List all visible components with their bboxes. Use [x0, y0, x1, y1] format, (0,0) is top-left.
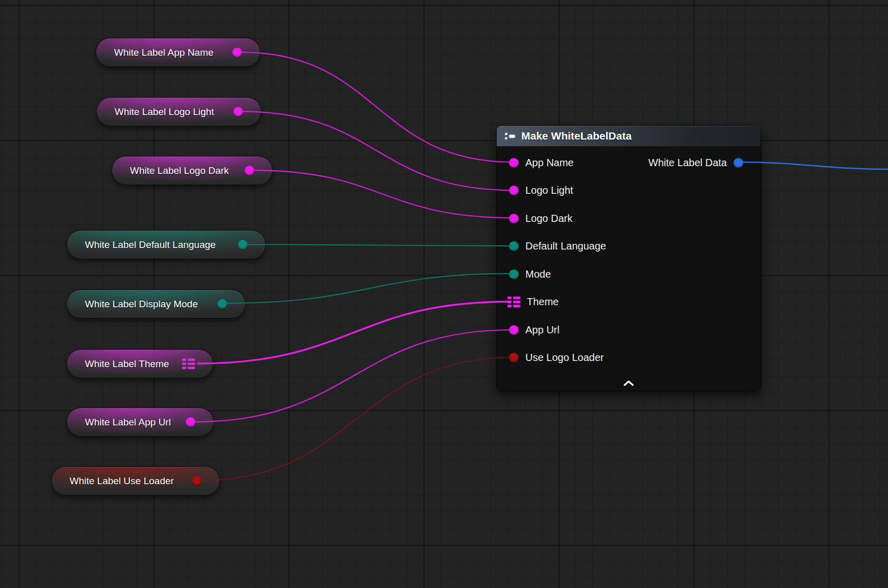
- node-title: Make WhiteLabelData: [521, 130, 632, 142]
- variable-node-white-label-theme[interactable]: White Label Theme: [66, 349, 213, 378]
- variable-label: White Label Logo Dark: [130, 165, 229, 176]
- input-label: Default Language: [525, 240, 606, 252]
- wire-logo-light[interactable]: [241, 111, 513, 190]
- wire-white-label-data[interactable]: [740, 162, 888, 169]
- enum-output-pin[interactable]: [217, 299, 227, 309]
- input-pin-logo-light[interactable]: [509, 186, 519, 195]
- blueprint-canvas[interactable]: White Label App Name White Label Logo Li…: [0, 0, 888, 588]
- make-struct-icon: [504, 131, 516, 141]
- variable-label: White Label Theme: [85, 358, 169, 370]
- input-row-logo-dark: Logo Dark: [497, 205, 761, 233]
- variable-node-white-label-use-loader[interactable]: White Label Use Loader: [51, 466, 220, 495]
- variable-label: White Label App Name: [114, 47, 213, 58]
- input-pin-app-url[interactable]: [509, 325, 519, 335]
- variable-label: White Label Default Language: [85, 239, 216, 251]
- input-pin-logo-dark[interactable]: [509, 214, 519, 223]
- variable-node-white-label-app-name[interactable]: White Label App Name: [96, 38, 260, 67]
- chevron-up-icon: [623, 380, 635, 387]
- wire-mode[interactable]: [226, 274, 513, 303]
- variable-node-white-label-display-mode[interactable]: White Label Display Mode: [66, 289, 246, 319]
- input-label: Mode: [525, 268, 551, 280]
- enum-output-pin[interactable]: [238, 240, 248, 250]
- map-grid-icon[interactable]: [182, 358, 195, 369]
- input-pin-list: App Name Logo Light Logo Dark Default La…: [497, 146, 761, 372]
- input-pin-app-name[interactable]: [509, 158, 519, 168]
- variable-label: White Label Use Loader: [70, 476, 174, 487]
- input-row-theme: Theme: [497, 288, 761, 316]
- input-label: Logo Dark: [525, 213, 572, 224]
- string-output-pin[interactable]: [233, 107, 243, 117]
- variable-node-white-label-app-url[interactable]: White Label App Url: [66, 408, 214, 437]
- wire-app-url[interactable]: [194, 330, 513, 422]
- input-pin-default-language[interactable]: [509, 241, 519, 251]
- input-label: App Name: [525, 157, 574, 169]
- variable-node-white-label-logo-dark[interactable]: White Label Logo Dark: [112, 156, 273, 185]
- node-header[interactable]: Make WhiteLabelData: [497, 126, 761, 146]
- variable-node-white-label-logo-light[interactable]: White Label Logo Light: [96, 97, 261, 126]
- input-pin-use-logo-loader[interactable]: [509, 353, 519, 363]
- wire-use-logo-loader[interactable]: [200, 357, 513, 481]
- collapse-button[interactable]: [617, 378, 640, 388]
- output-row-white-label-data: White Label Data: [649, 149, 761, 177]
- input-row-logo-light: Logo Light: [497, 177, 761, 205]
- output-label: White Label Data: [649, 157, 727, 169]
- string-output-pin[interactable]: [186, 417, 195, 427]
- input-label: Use Logo Loader: [525, 352, 604, 364]
- input-row-mode: Mode: [497, 260, 761, 288]
- input-row-app-url: App Url: [497, 316, 761, 344]
- string-output-pin[interactable]: [232, 48, 242, 57]
- bool-output-pin[interactable]: [192, 476, 202, 486]
- variable-node-white-label-default-language[interactable]: White Label Default Language: [66, 230, 266, 259]
- input-row-default-language: Default Language: [497, 233, 761, 261]
- make-whitelabeldata-node[interactable]: Make WhiteLabelData App Name Logo Light …: [496, 125, 761, 391]
- wire-default-language[interactable]: [247, 244, 513, 246]
- input-label: Theme: [527, 296, 559, 308]
- string-output-pin[interactable]: [245, 166, 254, 175]
- struct-output-pin[interactable]: [734, 158, 743, 168]
- variable-label: White Label Logo Light: [115, 106, 214, 118]
- wire-app-name[interactable]: [240, 52, 513, 162]
- input-pin-mode[interactable]: [509, 269, 519, 279]
- variable-label: White Label Display Mode: [85, 299, 198, 310]
- input-row-use-logo-loader: Use Logo Loader: [497, 344, 761, 372]
- input-label: App Url: [525, 324, 560, 336]
- wire-logo-dark[interactable]: [252, 170, 513, 218]
- wire-theme[interactable]: [197, 302, 509, 364]
- input-label: Logo Light: [525, 185, 573, 196]
- variable-label: White Label App Url: [85, 417, 171, 428]
- input-pin-theme-map-grid-icon[interactable]: [507, 297, 520, 307]
